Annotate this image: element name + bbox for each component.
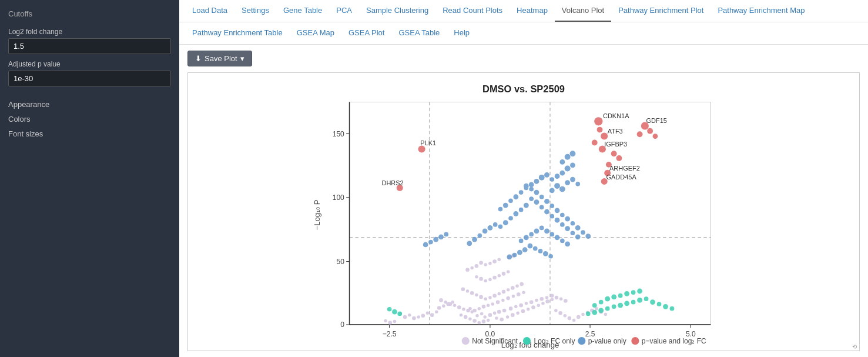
- svg-point-274: [462, 337, 470, 345]
- svg-point-216: [528, 243, 533, 249]
- svg-point-189: [529, 182, 534, 188]
- svg-point-152: [508, 216, 513, 221]
- svg-point-209: [549, 232, 554, 237]
- svg-point-244: [624, 291, 629, 296]
- svg-point-187: [534, 179, 539, 184]
- tab-gsea-map[interactable]: GSEA Map: [290, 22, 341, 44]
- dropdown-arrow-icon: ▾: [240, 54, 244, 63]
- svg-point-193: [559, 159, 565, 165]
- svg-point-180: [549, 188, 555, 193]
- tab-help[interactable]: Help: [447, 22, 477, 44]
- svg-text:Log₂ FC only: Log₂ FC only: [534, 337, 575, 345]
- svg-text:100: 100: [333, 193, 344, 202]
- svg-point-37: [525, 302, 528, 305]
- svg-point-234: [644, 296, 649, 301]
- svg-point-101: [479, 295, 483, 299]
- svg-point-165: [560, 213, 565, 218]
- svg-point-178: [554, 183, 560, 189]
- svg-point-83: [577, 315, 581, 319]
- log2fc-input[interactable]: [8, 38, 171, 54]
- svg-point-263: [647, 128, 653, 134]
- svg-point-122: [498, 258, 501, 261]
- volcano-plot-svg: DMSO vs. SP2509: [188, 73, 859, 351]
- tab-load-data[interactable]: Load Data: [185, 0, 234, 22]
- svg-point-214: [519, 239, 524, 243]
- svg-point-222: [512, 253, 517, 258]
- tab-heatmap[interactable]: Heatmap: [510, 0, 555, 22]
- svg-point-179: [570, 177, 575, 182]
- tab-pca[interactable]: PCA: [329, 0, 359, 22]
- svg-point-67: [501, 299, 504, 302]
- svg-point-84: [581, 313, 584, 316]
- svg-point-64: [491, 302, 494, 305]
- svg-point-97: [488, 296, 491, 299]
- svg-point-108: [515, 284, 518, 287]
- svg-point-100: [498, 292, 501, 295]
- svg-point-133: [446, 302, 450, 306]
- chart-box: DMSO vs. SP2509: [187, 72, 860, 351]
- svg-point-243: [618, 293, 623, 298]
- tab-volcano-plot[interactable]: Volcano Plot: [555, 0, 611, 22]
- svg-point-208: [534, 229, 539, 234]
- svg-point-62: [460, 313, 463, 316]
- sidebar-item-appearance[interactable]: Appearance: [8, 97, 171, 112]
- svg-point-197: [488, 225, 493, 231]
- tab-gsea-plot[interactable]: GSEA Plot: [341, 22, 391, 44]
- svg-point-151: [560, 222, 565, 227]
- svg-point-160: [534, 190, 539, 195]
- svg-text:IGFBP3: IGFBP3: [604, 141, 627, 148]
- svg-point-191: [524, 186, 529, 191]
- save-plot-button[interactable]: ⬇ Save Plot ▾: [187, 51, 252, 66]
- svg-text:p-value only: p-value only: [588, 337, 626, 345]
- svg-point-87: [417, 315, 420, 318]
- svg-point-190: [544, 172, 549, 178]
- svg-point-124: [475, 264, 479, 268]
- svg-point-120: [492, 259, 497, 263]
- svg-point-66: [487, 303, 490, 306]
- svg-point-106: [511, 286, 515, 290]
- svg-text:PLK1: PLK1: [420, 139, 436, 146]
- svg-point-192: [565, 154, 571, 160]
- svg-point-230: [586, 312, 591, 316]
- svg-point-53: [511, 313, 515, 317]
- svg-point-125: [470, 266, 473, 269]
- svg-text:−Log₁₀ P: −Log₁₀ P: [313, 199, 321, 230]
- svg-point-107: [466, 289, 469, 292]
- svg-point-167: [565, 216, 570, 222]
- svg-point-52: [482, 319, 486, 323]
- tab-pathway-enrichment-plot[interactable]: Pathway Enrichment Plot: [611, 0, 711, 22]
- tab-read-count-plots[interactable]: Read Count Plots: [435, 0, 510, 22]
- adjpval-input[interactable]: [8, 71, 171, 86]
- svg-point-113: [484, 279, 487, 282]
- sidebar-item-colors[interactable]: Colors: [8, 112, 171, 126]
- svg-point-132: [451, 301, 454, 303]
- svg-point-261: [592, 140, 598, 146]
- svg-point-276: [523, 337, 531, 345]
- svg-point-212: [524, 235, 529, 241]
- svg-point-59: [527, 308, 529, 311]
- svg-point-218: [522, 247, 528, 252]
- svg-point-163: [555, 208, 560, 213]
- svg-point-35: [519, 303, 523, 308]
- svg-point-72: [472, 309, 477, 313]
- resize-handle[interactable]: ⟲: [852, 343, 858, 349]
- tab-gene-table[interactable]: Gene Table: [276, 0, 329, 22]
- svg-point-159: [544, 199, 549, 204]
- svg-point-210: [529, 232, 534, 237]
- tab-gsea-table[interactable]: GSEA Table: [391, 22, 447, 44]
- svg-point-119: [488, 262, 491, 265]
- svg-text:150: 150: [333, 130, 344, 138]
- tab-settings[interactable]: Settings: [234, 0, 276, 22]
- sidebar-item-font-sizes[interactable]: Font sizes: [8, 126, 171, 141]
- tab-pathway-enrichment-table[interactable]: Pathway Enrichment Table: [185, 22, 290, 44]
- svg-point-54: [478, 321, 481, 324]
- svg-point-185: [570, 163, 575, 168]
- svg-point-211: [555, 235, 560, 241]
- svg-point-144: [529, 196, 534, 201]
- svg-point-69: [506, 296, 510, 301]
- tab-sample-clustering[interactable]: Sample Clustering: [359, 0, 435, 22]
- tab-pathway-enrichment-map[interactable]: Pathway Enrichment Map: [711, 0, 812, 22]
- svg-point-153: [565, 226, 570, 231]
- svg-text:GADD45A: GADD45A: [606, 174, 637, 181]
- svg-point-114: [498, 274, 501, 277]
